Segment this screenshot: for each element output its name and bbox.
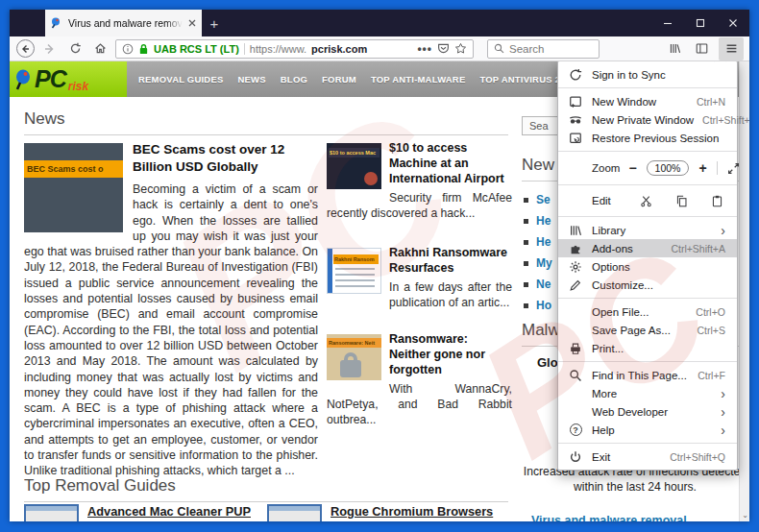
guide-item[interactable]: Advanced Mac Cleaner PUP (Mac): [24, 504, 260, 521]
sidebar-link[interactable]: Ne: [524, 274, 552, 295]
url-domain: pcrisk.com: [311, 43, 367, 55]
zoom-out-button[interactable]: −: [628, 161, 636, 175]
news-item[interactable]: $10 to access Mac $10 to access Machine …: [327, 140, 512, 221]
sync-icon: [568, 67, 583, 83]
cut-icon[interactable]: [640, 195, 652, 207]
zoom-level[interactable]: 100%: [647, 160, 690, 176]
sidebar-link[interactable]: Se: [524, 189, 552, 210]
security-organization: UAB RCS LT (LT): [154, 43, 239, 55]
fullscreen-icon[interactable]: [727, 162, 740, 175]
nav-forum[interactable]: FORUM: [322, 74, 356, 85]
back-button[interactable]: [15, 39, 35, 59]
menu-separator: [558, 87, 737, 88]
news-item-thumbnail[interactable]: Rakhni Ransom: [327, 248, 381, 294]
hamburger-menu-button[interactable]: [719, 37, 744, 60]
browser-tab[interactable]: Virus and malware removal ins: [45, 10, 202, 36]
bookmark-star-icon[interactable]: [454, 42, 467, 55]
nav-removal-guides[interactable]: REMOVAL GUIDES: [138, 74, 224, 85]
minimize-button[interactable]: [651, 10, 684, 36]
sidebar-toggle-icon[interactable]: [692, 39, 711, 59]
paste-icon[interactable]: [711, 195, 723, 207]
featured-article[interactable]: BEC Scams cost o BEC Scams cost over 12 …: [24, 140, 318, 479]
globe-graphic: [364, 172, 378, 185]
submenu-arrow-icon: ›: [721, 389, 725, 399]
menu-item-help[interactable]: ? Help ›: [558, 421, 737, 439]
page-actions-icon[interactable]: •••: [417, 42, 432, 56]
page-info-icon[interactable]: [122, 43, 134, 55]
nav-top-anti-malware[interactable]: TOP ANTI-MALWARE: [371, 74, 466, 85]
menu-item-add-ons[interactable]: Add-ons Ctrl+Shift+A: [558, 239, 737, 257]
bullet-icon: [524, 240, 528, 245]
news-item-thumbnail[interactable]: $10 to access Mac: [327, 143, 381, 189]
guide-title[interactable]: Advanced Mac Cleaner PUP (Mac): [87, 504, 260, 521]
menu-item-new-private-window[interactable]: New Private Window Ctrl+Shift+P: [558, 110, 737, 129]
new-window-icon: [568, 94, 583, 109]
news-item[interactable]: Rakhni Ransom Rakhni Ransomware Resurfac…: [327, 245, 512, 310]
guide-thumbnail[interactable]: [24, 504, 79, 521]
sidebar-link-list: Se He He My Ne Ho: [524, 189, 552, 316]
menu-item-exit[interactable]: Exit Ctrl+Shift+Q: [558, 447, 737, 466]
menu-item-find-in-this-page[interactable]: Find in This Page... Ctrl+F: [558, 366, 737, 384]
guide-title[interactable]: Rogue Chromium Browsers: [331, 504, 493, 520]
logo-pc-text: PC: [35, 67, 66, 91]
featured-article-thumbnail[interactable]: BEC Scams cost o: [24, 143, 123, 232]
site-logo[interactable]: PC risk: [10, 61, 127, 97]
menu-item-web-developer[interactable]: Web Developer ›: [558, 402, 737, 421]
search-input[interactable]: Search: [487, 39, 600, 59]
menu-item-options[interactable]: Options: [558, 257, 737, 276]
news-item-snippet: With WannaCry, NotPetya, and Bad Rabbit …: [327, 381, 512, 427]
url-bar[interactable]: UAB RCS LT (LT) https://www. pcrisk.com …: [115, 39, 474, 59]
nav-blog[interactable]: BLOG: [281, 74, 307, 85]
close-button[interactable]: [717, 10, 749, 36]
guide-thumbnail[interactable]: [267, 504, 322, 521]
menu-item-customize[interactable]: Customize...: [558, 276, 737, 294]
menu-item-restore-previous-session[interactable]: Restore Previous Session: [558, 129, 737, 147]
maximize-button[interactable]: [684, 10, 717, 36]
help-icon: ?: [568, 423, 583, 438]
news-item-thumbnail[interactable]: Ransomware: Neit: [327, 334, 381, 380]
forward-button[interactable]: [40, 39, 60, 59]
menu-item-more[interactable]: More ›: [558, 384, 737, 402]
library-icon[interactable]: [665, 39, 684, 59]
copy-icon[interactable]: [675, 195, 688, 207]
thumbnail-caption: $10 to access Mac: [329, 148, 380, 157]
titlebar: Virus and malware removal ins +: [10, 10, 749, 36]
menu-separator: [558, 361, 737, 362]
sidebar-link[interactable]: Ho: [524, 295, 552, 316]
menu-item-save-page-as[interactable]: Save Page As... Ctrl+S: [558, 321, 737, 339]
menu-separator: [558, 216, 737, 217]
search-placeholder: Search: [509, 43, 544, 55]
news-section-heading: News: [24, 109, 508, 135]
sidebar-link[interactable]: My: [524, 253, 552, 274]
menu-separator: [558, 184, 737, 185]
page-scrollbar[interactable]: ⌄: [739, 61, 749, 521]
url-separator: [244, 43, 245, 55]
scrollbar-down-arrow[interactable]: ⌄: [741, 511, 749, 520]
printer-icon: [568, 341, 583, 356]
sidebar-link[interactable]: He: [524, 231, 552, 253]
firefox-app-menu: Sign in to Sync New Window Ctrl+N New Pr…: [557, 61, 738, 471]
reload-button[interactable]: [65, 39, 85, 59]
logo-risk-text: risk: [68, 80, 88, 93]
padlock-graphic: [340, 360, 361, 377]
menu-item-library[interactable]: Library ›: [558, 221, 737, 239]
restore-session-icon: [568, 131, 583, 146]
menu-item-print[interactable]: Print...: [558, 339, 737, 357]
menu-item-new-window[interactable]: New Window Ctrl+N: [558, 92, 737, 110]
sidebar-link[interactable]: He: [524, 210, 552, 231]
home-button[interactable]: [90, 39, 110, 59]
nav-news[interactable]: NEWS: [238, 74, 266, 85]
menu-item-zoom: Zoom − 100% +: [558, 156, 737, 181]
zoom-in-button[interactable]: +: [698, 161, 706, 175]
bullet-icon: [524, 303, 528, 308]
tab-close-icon[interactable]: [188, 19, 196, 27]
sidebar-bottom-link[interactable]: Virus and malware removal: [531, 514, 687, 521]
news-item[interactable]: Ransomware: Neit Ransomware: Neither gon…: [327, 331, 512, 427]
pcrisk-paddle-icon: [15, 69, 33, 90]
menu-separator: [558, 298, 737, 299]
pocket-icon[interactable]: [437, 42, 450, 55]
menu-item-open-file[interactable]: Open File... Ctrl+O: [558, 302, 737, 321]
guide-item[interactable]: Rogue Chromium Browsers: [267, 504, 493, 521]
menu-item-sign-in-to-sync[interactable]: Sign in to Sync: [558, 65, 737, 84]
new-tab-button[interactable]: +: [202, 10, 227, 36]
